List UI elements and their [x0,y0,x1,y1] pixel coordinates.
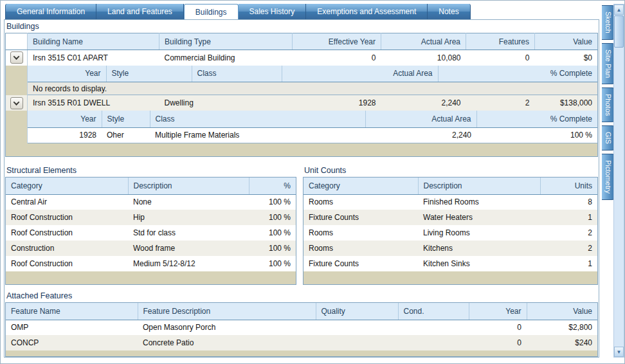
table-row[interactable]: Roof ConstructionStd for class100 % [6,225,296,241]
building-name-cell: Irsn 3515 R01 DWELL [28,95,159,111]
col-year[interactable]: Year [28,111,102,127]
col-feature-description[interactable]: Feature Description [138,303,316,320]
collapse-building-button[interactable] [10,97,23,109]
table-cell [316,335,398,350]
col-cond[interactable]: Cond. [398,303,469,320]
table-row[interactable]: Fixture CountsWater Heaters1 [303,210,597,225]
col-category[interactable]: Category [303,177,418,194]
table-cell: Rooms [303,194,418,210]
tab-notes[interactable]: Notes [428,4,470,19]
effective-year-cell: 1928 [293,95,381,111]
table-cell: 0 [469,320,527,335]
col-actual-area[interactable]: Actual Area [381,33,466,50]
features-cell: 2 [466,95,535,111]
tab-exemptions-and-assessment[interactable]: Exemptions and Assessment [306,4,428,19]
table-row[interactable]: RoomsFinished Rooms8 [303,194,597,210]
tab-land-and-features[interactable]: Land and Features [96,4,184,19]
no-records-text: No records to display. [28,82,597,95]
scroll-down-icon: ▼ [617,349,622,355]
table-row[interactable]: Roof ConstructionHip100 % [6,210,296,225]
table-row[interactable]: CONCPConcrete Patio0$240 [6,335,597,350]
side-tab-gis[interactable]: GIS [602,125,615,150]
table-cell: Living Rooms [418,225,540,241]
col-description[interactable]: Description [418,177,540,194]
table-row[interactable]: RoomsLiving Rooms2 [303,225,597,241]
col-building-type[interactable]: Building Type [159,33,293,50]
features-cell: 0 [466,50,535,66]
table-cell: Multiple Frame Materials [150,127,365,143]
col-actual-area[interactable]: Actual Area [282,66,438,82]
table-cell: 2 [540,241,597,256]
col-units[interactable]: Units [540,177,597,194]
table-cell: 2 [540,225,597,241]
tab-buildings[interactable]: Buildings [184,4,239,19]
table-row[interactable]: Roof ConstructionMedium 5/12-8/12100 % [6,256,296,271]
col-value[interactable]: Value [527,303,597,320]
collapse-building-button[interactable] [10,51,23,64]
col-actual-area[interactable]: Actual Area [365,111,476,127]
col-class[interactable]: Class [192,66,282,82]
detail-gutter-cell [6,111,28,143]
detail-grid-cell: Year Style Class Actual Area % Complete … [28,66,598,96]
chevron-down-icon [14,99,20,105]
no-records-row: No records to display. [28,82,597,95]
col-percent-complete[interactable]: % Complete [438,66,597,82]
buildings-section-title: Buildings [6,22,598,32]
table-cell: 1 [540,210,597,225]
gutter-header-cell [6,33,28,50]
buildings-grid: Building Name Building Type Effective Ye… [5,33,598,157]
vertical-scrollbar[interactable]: ▲ ▼ [613,4,624,358]
side-tab-site-plan[interactable]: Site Plan [602,43,615,84]
side-tab-bar: Sketch Site Plan Photos GIS Pictometry [602,5,615,200]
structural-header-row: Category Description % [6,177,296,194]
col-description[interactable]: Description [128,177,249,194]
tab-general-information[interactable]: General Information [5,4,96,19]
table-cell: 100 % [249,210,296,225]
col-building-name[interactable]: Building Name [28,33,159,50]
col-value[interactable]: Value [535,33,598,50]
table-cell: 0 [469,335,527,350]
value-cell: $138,000 [535,95,598,111]
table-cell: 100 % [249,194,296,210]
grid-filler [303,271,597,284]
side-tab-photos[interactable]: Photos [602,87,615,122]
col-year[interactable]: Year [469,303,527,320]
building-row[interactable]: Irsn 3515 C01 APART Commercial Building … [6,50,598,66]
scrollbar-thumb[interactable] [614,15,624,48]
tab-sales-history[interactable]: Sales History [239,4,307,19]
side-tab-sketch[interactable]: Sketch [602,5,615,40]
col-class[interactable]: Class [150,111,365,127]
col-style[interactable]: Style [102,111,150,127]
col-feature-name[interactable]: Feature Name [6,303,138,320]
attached-features-header-row: Feature Name Feature Description Quality… [6,303,597,320]
col-percent[interactable]: % [249,177,296,194]
table-row[interactable]: RoomsKitchens2 [303,241,597,256]
table-cell: Rooms [303,241,418,256]
table-row[interactable]: ConstructionWood frame100 % [6,241,296,256]
table-cell: 8 [540,194,597,210]
col-features[interactable]: Features [466,33,535,50]
col-quality[interactable]: Quality [316,303,398,320]
scroll-up-button[interactable]: ▲ [614,5,624,15]
col-category[interactable]: Category [6,177,128,194]
col-effective-year[interactable]: Effective Year [293,33,381,50]
col-style[interactable]: Style [106,66,192,82]
building-detail-row: Year Style Class Actual Area % Complete … [6,66,598,96]
table-cell: Kitchens [418,241,540,256]
table-cell: $240 [527,335,597,350]
table-cell: Water Heaters [418,210,540,225]
table-row[interactable]: Central AirNone100 % [6,194,296,210]
table-row[interactable]: OMPOpen Masonry Porch0$2,800 [6,320,597,335]
building-row[interactable]: Irsn 3515 R01 DWELL Dwelling 1928 2,240 … [6,95,598,111]
col-year[interactable]: Year [28,66,106,82]
table-cell: None [128,194,249,210]
detail-header-row: Year Style Class Actual Area % Complete [28,111,597,127]
structural-elements-grid: Category Description % Central AirNone10… [6,177,296,284]
scroll-down-button[interactable]: ▼ [614,347,624,357]
table-cell: Fixture Counts [303,256,418,271]
table-row[interactable]: Fixture CountsKitchen Sinks1 [303,256,597,271]
table-row[interactable]: 1928OherMultiple Frame Materials2,240100… [28,127,597,143]
side-tab-pictometry[interactable]: Pictometry [602,154,615,200]
actual-area-cell: 10,080 [381,50,466,66]
col-percent-complete[interactable]: % Complete [476,111,597,127]
